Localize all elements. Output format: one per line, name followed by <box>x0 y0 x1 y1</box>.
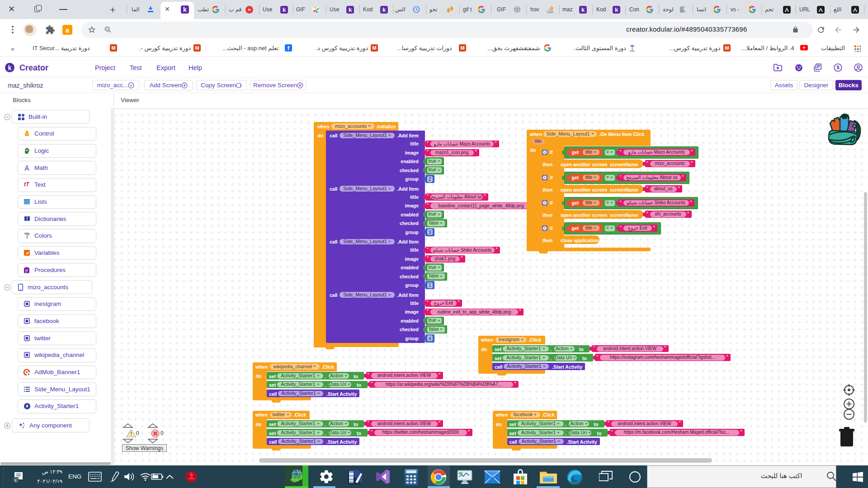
svg-text:٤: ٤ <box>15 478 17 483</box>
svg-text:!: ! <box>130 431 132 436</box>
svg-text:y: y <box>28 251 29 253</box>
svg-text:$: $ <box>836 65 839 70</box>
